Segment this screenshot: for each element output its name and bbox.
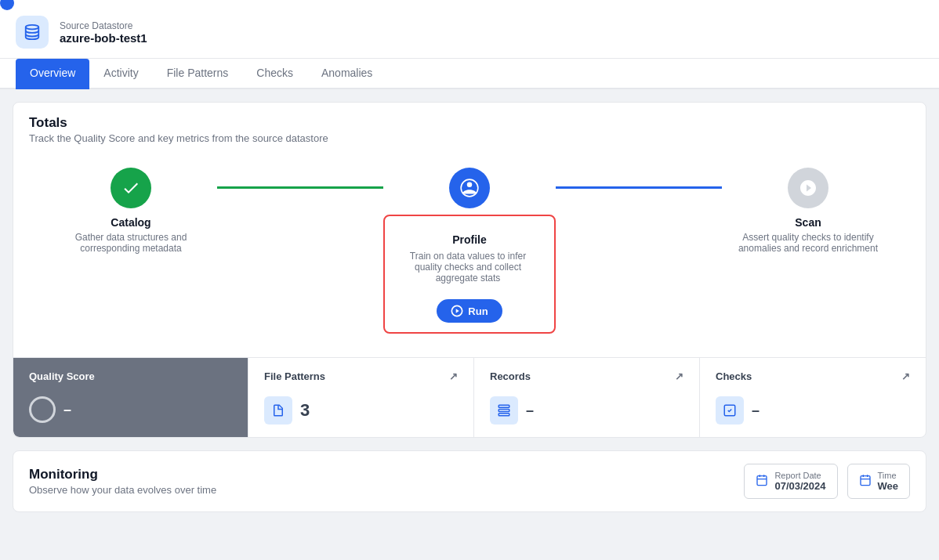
svg-marker-4 [456,309,459,313]
svg-point-0 [26,25,39,29]
quality-score-title: Quality Score [29,370,232,382]
totals-title: Totals [29,115,910,131]
pipeline-step-scan: Scan Assert quality checks to identify a… [722,168,894,254]
profile-box: Profile Train on data values to infer qu… [383,215,556,334]
catalog-desc: Gather data structures and corresponding… [60,232,201,254]
totals-card: Totals Track the Quality Score and key m… [13,102,926,438]
svg-rect-5 [499,405,509,407]
svg-rect-7 [499,414,509,416]
time-icon [859,474,872,489]
file-patterns-link-icon[interactable]: ↗ [449,370,458,382]
source-name: azure-bob-test1 [60,31,147,45]
catalog-icon [111,168,151,208]
file-patterns-count: 3 [300,400,310,421]
records-dash: – [526,403,534,419]
tab-anomalies[interactable]: Anomalies [307,59,386,89]
quality-score-value: – [29,396,232,423]
time-content: Time Wee [878,471,899,492]
svg-rect-10 [861,476,870,486]
pipeline-step-catalog: Catalog Gather data structures and corre… [45,168,217,254]
metric-quality-score: Quality Score – [13,358,248,437]
monitoring-right: Report Date 07/03/2024 Time Wee [744,464,910,499]
run-button[interactable]: Run [437,299,502,323]
scan-label: Scan [795,216,821,229]
totals-header: Totals Track the Quality Score and key m… [13,103,926,152]
quality-circle [29,396,56,423]
profile-label: Profile [397,233,542,246]
report-date-picker[interactable]: Report Date 07/03/2024 [744,464,837,499]
pipeline-step-profile: Profile Train on data values to infer qu… [383,168,556,334]
checks-value: – [716,396,910,425]
tab-activity[interactable]: Activity [89,59,152,89]
connector-2 [556,186,722,189]
svg-rect-9 [757,476,767,486]
quality-dash: – [63,402,71,418]
records-title: Records ↗ [490,370,683,382]
metric-records: Records ↗ – [474,358,700,437]
connector-1 [217,186,383,189]
file-patterns-value: 3 [264,396,458,425]
catalog-label: Catalog [111,216,150,229]
checks-link-icon[interactable]: ↗ [901,370,910,382]
time-label: Time [878,471,899,480]
scan-icon [788,168,828,208]
records-link-icon[interactable]: ↗ [675,370,683,382]
header: Source Datastore azure-bob-test1 [0,6,939,59]
report-date-content: Report Date 07/03/2024 [774,471,825,492]
nav-tabs: Overview Activity File Patterns Checks A… [0,59,939,89]
checks-title: Checks ↗ [716,370,910,382]
metric-checks: Checks ↗ – [700,358,926,437]
records-icon-box [490,396,518,425]
time-picker[interactable]: Time Wee [847,464,911,499]
checks-dash: – [752,403,760,419]
metrics-row: Quality Score – File Patterns ↗ [13,357,926,437]
metric-file-patterns: File Patterns ↗ 3 [248,358,474,437]
run-label: Run [468,305,488,317]
monitoring-card: Monitoring Observe how your data evolves… [13,450,926,512]
checks-icon-box [716,396,744,425]
report-date-value: 07/03/2024 [774,480,825,492]
source-label: Source Datastore [60,20,147,31]
file-patterns-title: File Patterns ↗ [264,370,458,382]
tab-overview[interactable]: Overview [16,59,89,89]
report-date-label: Report Date [774,471,825,480]
time-value: Wee [878,480,899,492]
tab-file-patterns[interactable]: File Patterns [153,59,243,89]
profile-desc: Train on data values to infer quality ch… [397,251,538,284]
file-icon-box [264,396,292,425]
tab-checks[interactable]: Checks [242,59,307,89]
profile-icon [449,168,490,208]
header-text: Source Datastore azure-bob-test1 [60,20,147,45]
totals-subtitle: Track the Quality Score and key metrics … [29,132,910,144]
pipeline: Catalog Gather data structures and corre… [13,152,926,357]
monitoring-subtitle: Observe how your data evolves over time [29,484,216,496]
datastore-icon [16,16,49,49]
scan-desc: Assert quality checks to identify anomal… [738,232,879,254]
svg-point-1 [467,182,473,187]
records-value: – [490,396,683,425]
monitoring-left: Monitoring Observe how your data evolves… [29,467,216,496]
svg-rect-6 [499,410,509,412]
main-content: Totals Track the Quality Score and key m… [0,89,939,525]
calendar-icon [756,474,768,489]
monitoring-title: Monitoring [29,467,216,482]
